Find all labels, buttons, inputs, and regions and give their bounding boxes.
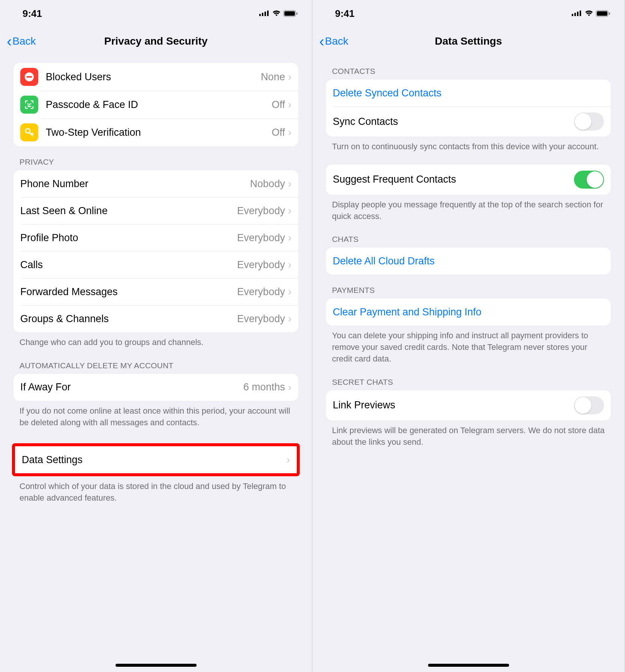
chevron-right-icon: › bbox=[288, 126, 291, 138]
forwarded-messages-row[interactable]: Forwarded Messages Everybody › bbox=[14, 278, 298, 305]
status-bar: 9:41 bbox=[0, 0, 312, 24]
row-label: Data Settings bbox=[22, 454, 287, 466]
wifi-icon bbox=[584, 10, 593, 17]
row-value: None bbox=[261, 71, 285, 83]
row-value: Nobody bbox=[250, 178, 285, 190]
row-value: Everybody bbox=[237, 286, 285, 298]
link-previews-toggle[interactable] bbox=[574, 396, 604, 414]
if-away-for-row[interactable]: If Away For 6 months › bbox=[14, 374, 298, 401]
auto-delete-card: If Away For 6 months › bbox=[14, 374, 298, 401]
delete-cloud-drafts-row[interactable]: Delete All Cloud Drafts bbox=[326, 248, 611, 274]
chevron-right-icon: › bbox=[288, 381, 291, 393]
svg-rect-6 bbox=[296, 12, 297, 15]
chevron-right-icon: › bbox=[288, 232, 291, 244]
key-icon bbox=[20, 123, 38, 141]
row-value: 6 months bbox=[243, 381, 285, 393]
home-indicator[interactable] bbox=[116, 664, 197, 667]
home-indicator[interactable] bbox=[428, 664, 509, 667]
page-title: Data Settings bbox=[435, 35, 502, 47]
secret-chats-card: Link Previews bbox=[326, 390, 611, 420]
passcode-faceid-row[interactable]: Passcode & Face ID Off › bbox=[14, 91, 298, 118]
blocked-users-row[interactable]: Blocked Users None › bbox=[14, 63, 298, 91]
faceid-icon bbox=[20, 96, 38, 114]
svg-rect-1 bbox=[262, 13, 263, 16]
chevron-right-icon: › bbox=[287, 454, 290, 466]
status-time: 9:41 bbox=[335, 8, 355, 20]
privacy-section-header: PRIVACY bbox=[14, 146, 298, 170]
payments-card: Clear Payment and Shipping Info bbox=[326, 298, 611, 326]
suggest-frequent-row[interactable]: Suggest Frequent Contacts bbox=[326, 165, 611, 195]
sync-contacts-toggle[interactable] bbox=[574, 112, 604, 130]
row-label: Delete All Cloud Drafts bbox=[333, 255, 604, 267]
page-title: Privacy and Security bbox=[104, 35, 207, 47]
chevron-right-icon: › bbox=[288, 71, 291, 83]
data-settings-footer: Control which of your data is stored in … bbox=[14, 476, 298, 506]
suggest-frequent-toggle[interactable] bbox=[574, 171, 604, 189]
svg-rect-14 bbox=[577, 12, 578, 16]
auto-delete-header: AUTOMATICALLY DELETE MY ACCOUNT bbox=[14, 350, 298, 374]
chevron-right-icon: › bbox=[288, 286, 291, 298]
data-settings-row[interactable]: Data Settings › bbox=[15, 446, 297, 473]
security-card: Blocked Users None › Passcode & Face ID … bbox=[14, 63, 298, 146]
back-button[interactable]: ‹ Back bbox=[319, 35, 349, 47]
row-label: Clear Payment and Shipping Info bbox=[333, 306, 604, 318]
calls-row[interactable]: Calls Everybody › bbox=[14, 251, 298, 278]
row-label: Groups & Channels bbox=[20, 313, 237, 325]
svg-rect-17 bbox=[597, 11, 607, 16]
delete-synced-contacts-row[interactable]: Delete Synced Contacts bbox=[326, 80, 611, 106]
battery-icon bbox=[596, 10, 611, 17]
clear-payment-info-row[interactable]: Clear Payment and Shipping Info bbox=[326, 298, 611, 326]
payments-header: PAYMENTS bbox=[326, 274, 611, 298]
chevron-right-icon: › bbox=[288, 178, 291, 190]
row-value: Everybody bbox=[237, 313, 285, 325]
row-label: Passcode & Face ID bbox=[46, 99, 272, 111]
link-previews-row[interactable]: Link Previews bbox=[326, 390, 611, 420]
svg-rect-18 bbox=[609, 12, 610, 15]
sync-contacts-footer: Turn on to continuously sync contacts fr… bbox=[326, 136, 611, 154]
profile-photo-row[interactable]: Profile Photo Everybody › bbox=[14, 224, 298, 251]
blocked-icon bbox=[20, 68, 38, 86]
row-label: Sync Contacts bbox=[333, 116, 574, 128]
last-seen-row[interactable]: Last Seen & Online Everybody › bbox=[14, 197, 298, 224]
row-label: If Away For bbox=[20, 381, 243, 393]
auto-delete-footer: If you do not come online at least once … bbox=[14, 401, 298, 430]
chats-card: Delete All Cloud Drafts bbox=[326, 248, 611, 274]
chevron-right-icon: › bbox=[288, 313, 291, 325]
back-chevron-icon: ‹ bbox=[319, 37, 324, 46]
cellular-icon bbox=[572, 10, 582, 17]
row-label: Link Previews bbox=[333, 399, 574, 411]
svg-rect-5 bbox=[284, 11, 295, 16]
row-value: Off bbox=[272, 127, 285, 138]
nav-bar: ‹ Back Data Settings bbox=[312, 24, 624, 60]
suggest-contacts-card: Suggest Frequent Contacts bbox=[326, 165, 611, 195]
two-step-verification-row[interactable]: Two-Step Verification Off › bbox=[14, 118, 298, 146]
sync-contacts-row[interactable]: Sync Contacts bbox=[326, 106, 611, 136]
battery-icon bbox=[283, 10, 298, 17]
privacy-footer: Change who can add you to groups and cha… bbox=[14, 332, 298, 350]
status-icons bbox=[259, 10, 298, 17]
chevron-right-icon: › bbox=[288, 205, 291, 217]
back-button[interactable]: ‹ Back bbox=[7, 35, 36, 47]
row-label: Blocked Users bbox=[46, 71, 261, 83]
contacts-header: CONTACTS bbox=[326, 60, 611, 80]
highlight-box: Data Settings › bbox=[12, 443, 300, 476]
row-label: Phone Number bbox=[20, 178, 250, 190]
status-time: 9:41 bbox=[23, 8, 42, 20]
row-value: Everybody bbox=[237, 205, 285, 217]
svg-point-9 bbox=[28, 104, 28, 104]
back-label: Back bbox=[325, 35, 348, 47]
groups-channels-row[interactable]: Groups & Channels Everybody › bbox=[14, 305, 298, 332]
cellular-icon bbox=[259, 10, 270, 17]
chevron-right-icon: › bbox=[288, 99, 291, 111]
phone-number-row[interactable]: Phone Number Nobody › bbox=[14, 170, 298, 197]
svg-rect-3 bbox=[267, 10, 269, 16]
back-chevron-icon: ‹ bbox=[7, 37, 12, 46]
link-previews-footer: Link previews will be generated on Teleg… bbox=[326, 420, 611, 450]
contacts-card: Delete Synced Contacts Sync Contacts bbox=[326, 80, 611, 136]
suggest-frequent-footer: Display people you message frequently at… bbox=[326, 195, 611, 224]
svg-point-10 bbox=[31, 104, 31, 104]
row-label: Calls bbox=[20, 259, 237, 271]
row-label: Profile Photo bbox=[20, 232, 237, 244]
svg-rect-12 bbox=[572, 14, 573, 16]
back-label: Back bbox=[12, 35, 36, 47]
